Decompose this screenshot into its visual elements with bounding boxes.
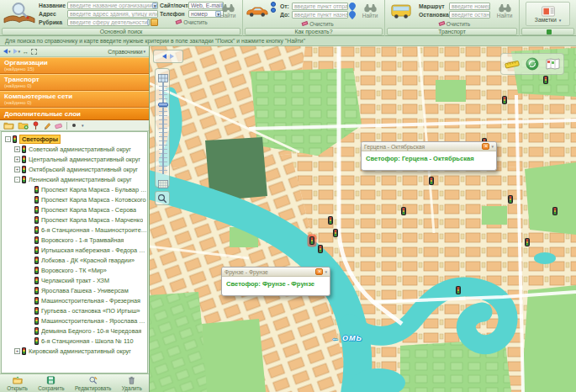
tab-transport[interactable]: Транспорт (387, 28, 517, 35)
tree-item[interactable]: 6-я Станционная - Школа № 110 (2, 336, 147, 346)
tree-item[interactable]: Воровского - ТК «Мир» (2, 265, 147, 275)
combo-arrow-icon[interactable]: ▾ (147, 19, 150, 25)
point-style-icon[interactable] (71, 122, 77, 129)
clear-route-button[interactable]: Очистить (280, 20, 356, 27)
traffic-light-marker[interactable] (328, 216, 333, 225)
fit-width-icon[interactable]: ↔ (23, 49, 29, 55)
open-layer-icon[interactable] (3, 121, 14, 130)
tree-item[interactable]: + Октябрьский административный округ (2, 164, 147, 174)
zoom-handle[interactable] (158, 103, 168, 107)
tree-item[interactable]: Иртышская набережная - Федора Крылова (2, 245, 147, 255)
tree-item[interactable]: Гуртьева - остановка «ПО Иртыш» (2, 305, 147, 315)
find-search-button[interactable]: Найти (215, 3, 240, 19)
overview-tool-icon[interactable] (526, 57, 539, 71)
map-view[interactable]: ←ОМЬ Герцена - Октябрьская × ▾ Светофор:… (150, 46, 576, 392)
edit-button[interactable]: Редактировать (75, 376, 112, 391)
ruler-tool-icon[interactable] (505, 59, 520, 70)
tree-item[interactable]: Проспект Карла Маркса - Серова (2, 204, 147, 215)
magnifier-tool-button[interactable] (155, 191, 170, 205)
pushpin-icon[interactable] (32, 121, 40, 130)
popup-menu-icon[interactable]: ▾ (325, 269, 327, 274)
popup-title: Фрунзе - Фрунзе (225, 269, 268, 275)
find-route-button[interactable]: Найти (357, 3, 383, 19)
tree-expander-icon[interactable]: + (14, 167, 20, 172)
tree-item[interactable]: Воровского - 1-я Трамвайная (2, 235, 147, 245)
popup-close-button[interactable]: × (482, 143, 489, 150)
org-name-input[interactable]: введите название организации▾ (67, 2, 158, 9)
map-forward-icon[interactable] (170, 54, 174, 59)
tree-item[interactable]: Лобкова - ДК «Красной гвардии» (2, 255, 147, 265)
tree-item[interactable]: Проспект Карла Маркса - Котовского (2, 194, 147, 204)
traffic-light-marker[interactable] (502, 96, 507, 104)
traffic-light-marker[interactable] (429, 177, 434, 185)
find-transport-button[interactable]: Найти (492, 3, 517, 19)
tree-expander-icon[interactable]: - (5, 136, 11, 142)
map-sheet-tool-icon[interactable] (546, 58, 560, 70)
zoom-in-button[interactable] (158, 71, 168, 79)
sidebar-section-organizations[interactable]: Организации (найдено 15) (0, 57, 149, 74)
tree-item[interactable]: Ярослава Гашека - Универсам (2, 285, 147, 295)
tree-item[interactable]: 6-я Станционная - Машиностроительная (2, 225, 147, 235)
tree-item[interactable]: - Ленинский административный округ (2, 174, 147, 184)
rubricator-icon[interactable] (151, 19, 158, 26)
tree-item[interactable]: Черлакский тракт - ХЗМ (2, 275, 147, 285)
back-icon[interactable]: ▾ (3, 49, 11, 54)
traffic-light-marker[interactable] (543, 76, 548, 84)
eraser-tool-icon[interactable] (55, 122, 63, 130)
sidebar-section-networks[interactable]: Компьютерные сети (найдено 0) (0, 91, 149, 108)
tree-item[interactable]: Демьяна Бедного - 10-я Чередовая (2, 326, 147, 336)
popup-menu-icon[interactable]: ▾ (491, 144, 494, 149)
traffic-light-marker[interactable] (333, 229, 338, 237)
map-back-icon[interactable] (162, 54, 166, 59)
forward-icon[interactable]: ▾ (13, 49, 21, 54)
tree-item[interactable]: - Светофоры (2, 134, 147, 144)
expand-panel-icon[interactable] (31, 49, 37, 55)
combo-arrow-icon[interactable]: ▾ (152, 3, 158, 8)
rubric-input[interactable]: введите сферу деятельности▾ (67, 19, 150, 26)
sidebar-section-transport[interactable]: Транспорт (найдено 0) (0, 74, 149, 91)
references-dropdown[interactable]: Справочники▾ (108, 49, 145, 55)
delete-button[interactable]: Удалить (122, 376, 142, 391)
tab-how-to-get[interactable]: Как проехать? (245, 28, 383, 35)
traffic-light-marker[interactable] (508, 195, 513, 204)
route-from-input[interactable]: введите пункт отправления (292, 3, 348, 10)
traffic-light-marker[interactable] (525, 238, 530, 246)
stop-input[interactable]: введите остановку▾ (449, 11, 490, 19)
tree-item[interactable]: + Советский административный округ (2, 144, 147, 154)
draw-pen-icon[interactable] (43, 121, 51, 130)
traffic-light-marker[interactable] (318, 245, 323, 253)
tree-item[interactable]: Машиностроительная - Фрезерная (2, 295, 147, 305)
save-button[interactable]: Сохранить (38, 376, 64, 391)
address-input[interactable]: введите адрес здания, улицу или район (67, 10, 158, 18)
tree-expander-icon[interactable]: + (14, 146, 20, 152)
notes-button[interactable]: Заметки ▾ (526, 2, 570, 26)
zoom-out-button[interactable] (158, 177, 168, 185)
sidebar-section-layers[interactable]: Дополнительные слои (0, 108, 149, 120)
tree-expander-icon[interactable]: + (14, 348, 20, 354)
clear-search-button[interactable]: Очистить (160, 19, 224, 25)
route-number-input[interactable]: введите номер▾ (449, 3, 490, 10)
footer-plant-icon[interactable] (547, 29, 552, 34)
tree-expander-icon[interactable]: - (14, 177, 20, 183)
traffic-light-marker[interactable] (456, 286, 461, 294)
tree-item[interactable]: Проспект Карла Маркса - Марченко (2, 215, 147, 225)
import-layer-icon[interactable] (18, 121, 29, 130)
traffic-light-marker[interactable] (552, 207, 558, 215)
map-history-nav (153, 50, 183, 63)
popup-title-bar[interactable]: Герцена - Октябрьская × ▾ (362, 142, 496, 151)
traffic-light-marker[interactable] (309, 236, 314, 245)
popup-close-button[interactable]: × (315, 268, 323, 275)
style-dropdown-icon[interactable]: ▾ (82, 123, 84, 128)
tree-item[interactable]: Машиностроительная - Ярослава Гашека (2, 315, 147, 326)
tab-main-search[interactable]: Основной поиск (2, 28, 240, 35)
zoom-track[interactable] (162, 82, 164, 174)
tree-expander-icon[interactable]: + (14, 156, 20, 162)
tree-item[interactable]: + Кировский административный округ (2, 346, 147, 356)
open-button[interactable]: Открыть (7, 376, 28, 391)
tree-item[interactable]: + Центральный административный округ (2, 154, 147, 164)
popup-title-bar[interactable]: Фрунзе - Фрунзе × ▾ (222, 268, 330, 277)
route-to-input[interactable]: введите пункт назначения (292, 11, 348, 19)
clear-transport-button[interactable]: Очистить (419, 20, 490, 27)
traffic-light-marker[interactable] (401, 207, 406, 215)
tree-item[interactable]: Проспект Карла Маркса - Бульвар Победы (2, 184, 147, 194)
